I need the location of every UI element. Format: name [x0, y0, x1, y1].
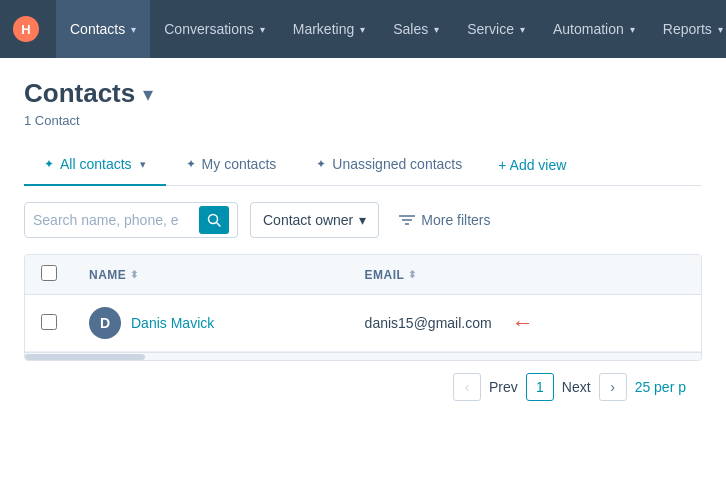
chevron-down-icon: ▾: [434, 24, 439, 35]
chevron-down-icon: ▾: [131, 24, 136, 35]
contact-email: danis15@gmail.com: [365, 315, 492, 331]
sort-icon: ⬍: [408, 269, 417, 280]
tab-all-contacts[interactable]: ✦ All contacts ▾: [24, 144, 166, 186]
col-name-label: NAME: [89, 268, 126, 282]
nav-item-service[interactable]: Service ▾: [453, 0, 539, 58]
nav-label-automation: Automation: [553, 21, 624, 37]
search-box: [24, 202, 238, 238]
page-title-dropdown[interactable]: ▾: [143, 82, 153, 106]
col-header-email[interactable]: EMAIL ⬍: [349, 255, 701, 295]
nav-item-marketing[interactable]: Marketing ▾: [279, 0, 379, 58]
contact-cell: D Danis Mavick: [89, 307, 333, 339]
contacts-table: NAME ⬍ EMAIL ⬍: [24, 254, 702, 361]
sort-icon: ⬍: [130, 269, 139, 280]
chevron-down-icon: ▾: [360, 24, 365, 35]
page-title: Contacts: [24, 78, 135, 109]
per-page-selector[interactable]: 25 per p: [635, 379, 686, 395]
contact-count: 1 Contact: [24, 113, 702, 128]
table-row: D Danis Mavick danis15@gmail.com ←: [25, 295, 701, 352]
tab-icon-all: ✦: [44, 157, 54, 171]
nav-item-contacts[interactable]: Contacts ▾: [56, 0, 150, 58]
nav-item-sales[interactable]: Sales ▾: [379, 0, 453, 58]
contact-owner-filter[interactable]: Contact owner ▾: [250, 202, 379, 238]
tab-label-unassigned: Unassigned contacts: [332, 156, 462, 172]
chevron-down-icon: ▾: [520, 24, 525, 35]
next-page-button[interactable]: ›: [599, 373, 627, 401]
nav-label-contacts: Contacts: [70, 21, 125, 37]
select-all-header[interactable]: [25, 255, 73, 295]
chevron-down-icon: ▾: [260, 24, 265, 35]
prev-page-label[interactable]: Prev: [489, 379, 518, 395]
add-view-label: + Add view: [498, 157, 566, 173]
tab-icon-unassigned: ✦: [316, 157, 326, 171]
tab-icon-my: ✦: [186, 157, 196, 171]
horizontal-scrollbar[interactable]: [25, 352, 701, 360]
nav-item-conversations[interactable]: Conversations ▾: [150, 0, 279, 58]
more-filters-button[interactable]: More filters: [391, 206, 498, 234]
search-icon: [207, 213, 221, 227]
row-email-cell: danis15@gmail.com ←: [349, 295, 701, 352]
next-page-label[interactable]: Next: [562, 379, 591, 395]
arrow-indicator-icon: ←: [512, 310, 534, 336]
nav-label-conversations: Conversations: [164, 21, 254, 37]
nav-item-automation[interactable]: Automation ▾: [539, 0, 649, 58]
tab-unassigned-contacts[interactable]: ✦ Unassigned contacts: [296, 144, 482, 186]
navbar: H Contacts ▾ Conversations ▾ Marketing ▾…: [0, 0, 726, 58]
tabs-row: ✦ All contacts ▾ ✦ My contacts ✦ Unassig…: [24, 144, 702, 186]
scroll-thumb[interactable]: [25, 354, 145, 360]
table-header-row: NAME ⬍ EMAIL ⬍: [25, 255, 701, 295]
nav-label-sales: Sales: [393, 21, 428, 37]
col-header-name[interactable]: NAME ⬍: [73, 255, 349, 295]
filter-icon: [399, 214, 415, 226]
prev-page-button[interactable]: ‹: [453, 373, 481, 401]
contact-name[interactable]: Danis Mavick: [131, 315, 214, 331]
row-name-cell: D Danis Mavick: [73, 295, 349, 352]
contact-owner-label: Contact owner: [263, 212, 353, 228]
email-cell: danis15@gmail.com ←: [365, 310, 685, 336]
chevron-down-icon: ▾: [718, 24, 723, 35]
current-page-number: 1: [536, 379, 544, 395]
row-checkbox[interactable]: [41, 314, 57, 330]
nav-label-marketing: Marketing: [293, 21, 354, 37]
chevron-down-icon: ▾: [630, 24, 635, 35]
tab-label-all: All contacts: [60, 156, 132, 172]
svg-text:H: H: [21, 22, 30, 37]
tab-my-contacts[interactable]: ✦ My contacts: [166, 144, 297, 186]
tab-label-my: My contacts: [202, 156, 277, 172]
search-button[interactable]: [199, 206, 229, 234]
nav-label-service: Service: [467, 21, 514, 37]
more-filters-label: More filters: [421, 212, 490, 228]
pagination-row: ‹ Prev 1 Next › 25 per p: [24, 361, 702, 413]
col-email-label: EMAIL: [365, 268, 405, 282]
page-title-row: Contacts ▾: [24, 78, 702, 109]
add-view-tab[interactable]: + Add view: [482, 145, 582, 185]
nav-logo[interactable]: H: [12, 15, 40, 43]
filters-row: Contact owner ▾ More filters: [24, 202, 702, 238]
chevron-down-icon: ▾: [140, 158, 146, 171]
nav-label-reports: Reports: [663, 21, 712, 37]
search-input[interactable]: [33, 212, 193, 228]
select-all-checkbox[interactable]: [41, 265, 57, 281]
svg-line-3: [217, 223, 221, 227]
row-checkbox-cell[interactable]: [25, 295, 73, 352]
current-page-button[interactable]: 1: [526, 373, 554, 401]
page-content: Contacts ▾ 1 Contact ✦ All contacts ▾ ✦ …: [0, 58, 726, 433]
chevron-down-icon: ▾: [359, 212, 366, 228]
nav-item-reports[interactable]: Reports ▾: [649, 0, 726, 58]
avatar: D: [89, 307, 121, 339]
